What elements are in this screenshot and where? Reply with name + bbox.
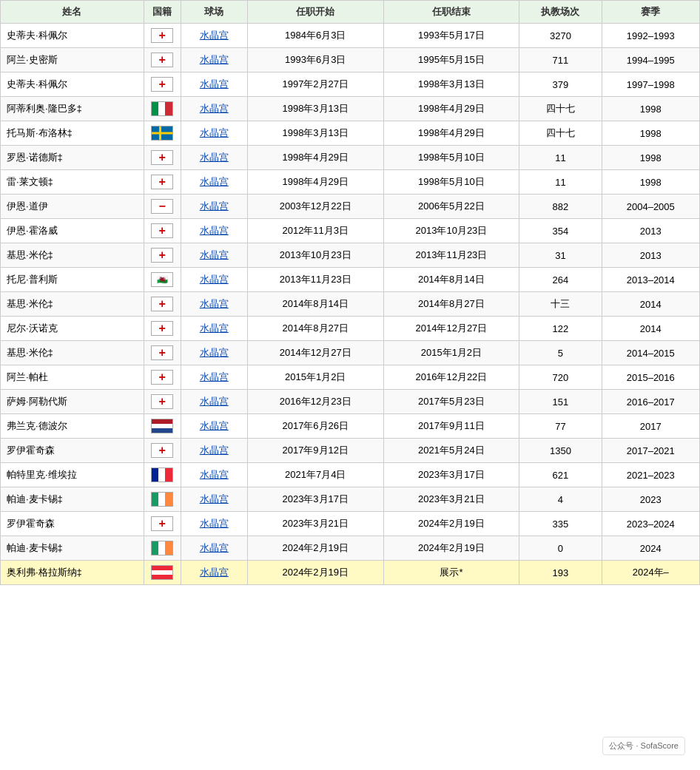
end-date: 2021年5月24日: [383, 439, 519, 463]
flag-cell: [144, 487, 181, 512]
table-row: 罗恩·诺德斯‡+水晶宫1998年4月29日1998年5月10日111998: [1, 146, 700, 170]
table-row: 罗伊霍奇森+水晶宫2023年3月21日2024年2月19日3352023–202…: [1, 512, 700, 536]
flag-icon: +: [151, 28, 173, 43]
table-row: 萨姆·阿勒代斯+水晶宫2016年12月23日2017年5月23日1512016–…: [1, 390, 700, 414]
manager-name: 尼尔·沃诺克: [1, 317, 144, 341]
table-row: 史蒂夫·科佩尔+水晶宫1984年6月3日1993年5月17日32701992–1…: [1, 24, 700, 48]
end-date: 2015年1月2日: [383, 341, 519, 365]
venue[interactable]: 水晶宫: [181, 512, 247, 536]
venue[interactable]: 水晶宫: [181, 243, 247, 268]
flag-cell: [144, 97, 181, 121]
venue[interactable]: 水晶宫: [181, 463, 247, 487]
season: 2015–2016: [602, 365, 699, 390]
start-date: 2023年3月17日: [247, 487, 383, 512]
manager-name: 罗伊霍奇森: [1, 439, 144, 463]
manager-name: 罗恩·诺德斯‡: [1, 146, 144, 170]
flag-cell: +: [144, 72, 181, 97]
venue[interactable]: 水晶宫: [181, 121, 247, 146]
season: 2013: [602, 219, 699, 243]
flag-icon: +: [151, 175, 173, 189]
venue[interactable]: 水晶宫: [181, 146, 247, 170]
season: 2023–2024: [602, 512, 699, 536]
end-date: 1998年4月29日: [383, 97, 519, 121]
manager-name: 帕迪·麦卡锡‡: [1, 536, 144, 561]
end-date: 2013年11月23日: [383, 243, 519, 268]
venue[interactable]: 水晶宫: [181, 536, 247, 561]
matches-count: 1350: [519, 439, 602, 463]
matches-count: 379: [519, 72, 602, 97]
flag-cell: +: [144, 170, 181, 195]
flag-cell: +: [144, 341, 181, 365]
table-row: 基思·米伦‡+水晶宫2014年8月14日2014年8月27日十三2014: [1, 292, 700, 317]
season: 1998: [602, 170, 699, 195]
venue[interactable]: 水晶宫: [181, 97, 247, 121]
venue[interactable]: 水晶宫: [181, 365, 247, 390]
flag-cell: +: [144, 292, 181, 317]
venue[interactable]: 水晶宫: [181, 414, 247, 439]
venue[interactable]: 水晶宫: [181, 24, 247, 48]
flag-cell: +: [144, 512, 181, 536]
flag-cell: +: [144, 317, 181, 341]
venue[interactable]: 水晶宫: [181, 341, 247, 365]
flag-icon: +: [151, 394, 173, 409]
flag-cell: +: [144, 243, 181, 268]
venue[interactable]: 水晶宫: [181, 72, 247, 97]
table-row: 帕迪·麦卡锡‡水晶宫2023年3月17日2023年3月21日42023: [1, 487, 700, 512]
start-date: 2023年3月21日: [247, 512, 383, 536]
end-date: 2013年10月23日: [383, 219, 519, 243]
table-row: 雷·莱文顿‡+水晶宫1998年4月29日1998年5月10日111998: [1, 170, 700, 195]
start-date: 1998年4月29日: [247, 146, 383, 170]
end-date: 1998年4月29日: [383, 121, 519, 146]
end-date: 2006年5月22日: [383, 195, 519, 219]
table-row: 奥利弗·格拉斯纳‡水晶宫2024年2月19日展示*1932024年–: [1, 561, 700, 585]
venue[interactable]: 水晶宫: [181, 268, 247, 292]
start-date: 2014年8月14日: [247, 292, 383, 317]
start-date: 1997年2月27日: [247, 72, 383, 97]
venue[interactable]: 水晶宫: [181, 487, 247, 512]
venue[interactable]: 水晶宫: [181, 48, 247, 72]
venue[interactable]: 水晶宫: [181, 219, 247, 243]
season: 2013: [602, 243, 699, 268]
manager-name: 托尼·普利斯: [1, 268, 144, 292]
flag-icon: +: [151, 53, 173, 67]
venue[interactable]: 水晶宫: [181, 292, 247, 317]
col-header-end: 任职结束: [383, 1, 519, 24]
matches-count: 720: [519, 365, 602, 390]
manager-name: 阿蒂利奥·隆巴多‡: [1, 97, 144, 121]
season: 2017: [602, 414, 699, 439]
venue[interactable]: 水晶宫: [181, 170, 247, 195]
flag-cell: −: [144, 195, 181, 219]
flag-icon: +: [151, 443, 173, 458]
end-date: 2014年8月14日: [383, 268, 519, 292]
season: 2014–2015: [602, 341, 699, 365]
matches-count: 0: [519, 536, 602, 561]
manager-name: 雷·莱文顿‡: [1, 170, 144, 195]
matches-count: 711: [519, 48, 602, 72]
season: 1998: [602, 121, 699, 146]
table-row: 罗伊霍奇森+水晶宫2017年9月12日2021年5月24日13502017–20…: [1, 439, 700, 463]
start-date: 2013年10月23日: [247, 243, 383, 268]
venue[interactable]: 水晶宫: [181, 561, 247, 585]
matches-count: 354: [519, 219, 602, 243]
matches-count: 11: [519, 146, 602, 170]
venue[interactable]: 水晶宫: [181, 195, 247, 219]
table-row: 基思·米伦‡+水晶宫2013年10月23日2013年11月23日312013: [1, 243, 700, 268]
flag-icon: +: [151, 370, 173, 385]
start-date: 2016年12月23日: [247, 390, 383, 414]
table-row: 托马斯·布洛林‡水晶宫1998年3月13日1998年4月29日四十七1998: [1, 121, 700, 146]
start-date: 1984年6月3日: [247, 24, 383, 48]
start-date: 2024年2月19日: [247, 536, 383, 561]
end-date: 2016年12月22日: [383, 365, 519, 390]
flag-cell: [144, 463, 181, 487]
matches-count: 882: [519, 195, 602, 219]
flag-cell: +: [144, 219, 181, 243]
col-header-start: 任职开始: [247, 1, 383, 24]
flag-icon: +: [151, 77, 173, 92]
venue[interactable]: 水晶宫: [181, 390, 247, 414]
venue[interactable]: 水晶宫: [181, 317, 247, 341]
table-row: 阿蒂利奥·隆巴多‡水晶宫1998年3月13日1998年4月29日四十七1998: [1, 97, 700, 121]
venue[interactable]: 水晶宫: [181, 439, 247, 463]
start-date: 1993年6月3日: [247, 48, 383, 72]
season: 2017–2021: [602, 439, 699, 463]
flag-icon: [151, 126, 173, 141]
